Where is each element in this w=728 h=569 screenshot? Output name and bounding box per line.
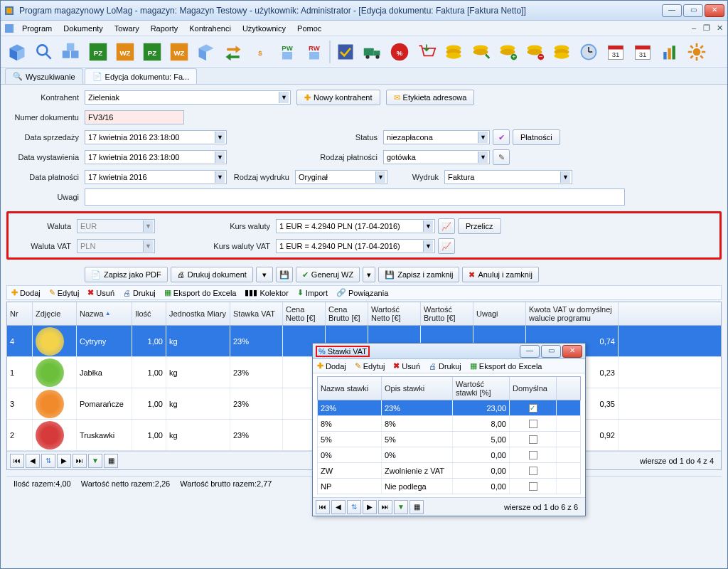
close-button[interactable]: ✕: [705, 4, 724, 17]
vat-delete-action[interactable]: ✖Usuń: [393, 361, 420, 371]
toolbar-chart-icon[interactable]: [658, 40, 682, 64]
grid-last-button[interactable]: ⏭: [73, 454, 87, 468]
print-split-button[interactable]: ▾: [256, 267, 273, 282]
add-action[interactable]: ✚Dodaj: [11, 288, 41, 297]
payment-picker-button[interactable]: ✎: [493, 149, 510, 165]
vat-col-0[interactable]: Nazwa stawki: [318, 377, 382, 400]
toolbar-check-icon[interactable]: [333, 40, 358, 64]
menu-raporty[interactable]: Raporty: [145, 23, 184, 34]
vat-row[interactable]: NPNie podlega0,00: [317, 479, 581, 494]
toolbar-wz2-icon[interactable]: WZ: [167, 40, 191, 64]
save-close-button[interactable]: 💾Zapisz i zamknij: [378, 267, 459, 282]
rodzaj-platnosci-combo[interactable]: gotówka▼: [383, 150, 490, 164]
menu-użytkownicy[interactable]: Użytkownicy: [237, 23, 291, 34]
toolbar-search-icon[interactable]: [32, 40, 56, 64]
toolbar-truck-icon[interactable]: [360, 40, 385, 64]
toolbar-coins5-icon[interactable]: [550, 40, 574, 64]
grid-col-3[interactable]: Ilość: [132, 302, 166, 325]
export-excel-action[interactable]: ▦Eksport do Excela: [164, 288, 237, 297]
toolbar-pw-icon[interactable]: PW: [275, 40, 299, 64]
status-combo[interactable]: niezapłacona▼: [383, 130, 490, 144]
vat-prev-button[interactable]: ◀: [331, 500, 346, 514]
waluta-vat-combo[interactable]: PLN▼: [77, 239, 155, 253]
wydruk-combo[interactable]: Faktura▼: [444, 170, 572, 184]
address-label-button[interactable]: ✉Etykieta adresowa: [386, 90, 475, 105]
menu-dokumenty[interactable]: Dokumenty: [58, 23, 109, 34]
generate-wz-split-button[interactable]: ▾: [363, 267, 375, 282]
menu-kontrahenci[interactable]: Kontrahenci: [183, 23, 237, 34]
vat-close-button[interactable]: ✕: [562, 345, 582, 358]
maximize-button[interactable]: ▭: [683, 4, 703, 17]
vat-first-button[interactable]: ⏮: [316, 500, 330, 514]
numer-field[interactable]: FV3/16: [85, 110, 184, 124]
toolbar-percent-icon[interactable]: %: [387, 40, 412, 64]
kolektor-action[interactable]: ▮▮▮Kolektor: [245, 288, 288, 297]
toolbar-coins1-icon[interactable]: [441, 40, 466, 64]
toolbar-coins3-icon[interactable]: +: [496, 40, 520, 64]
toolbar-wz-icon[interactable]: WZ: [113, 40, 137, 64]
vat-filter-button[interactable]: ▼: [394, 500, 408, 514]
menu-program[interactable]: Program: [16, 23, 58, 34]
save-pdf-button[interactable]: 📄Zapisz jako PDF: [85, 267, 168, 282]
toolbar-gear-icon[interactable]: [685, 40, 709, 64]
toolbar-box-icon[interactable]: [5, 40, 29, 64]
data-sprzedazy-field[interactable]: 17 kwietnia 2016 23:18:00▼: [85, 130, 227, 144]
minimize-button[interactable]: —: [662, 4, 682, 17]
vat-settings-button[interactable]: ▦: [410, 500, 424, 514]
grid-col-11[interactable]: Kwota VAT w domyślnej walucie programu: [526, 302, 619, 325]
kurs-chart-button[interactable]: 📈: [438, 218, 455, 234]
powiazania-action[interactable]: 🔗Powiązania: [336, 288, 388, 297]
grid-prev-button[interactable]: ◀: [26, 454, 40, 468]
vat-col-2[interactable]: Wartość stawki [%]: [453, 377, 510, 400]
kurs-vat-chart-button[interactable]: 📈: [438, 238, 455, 254]
vat-col-3[interactable]: Domyślna: [510, 377, 557, 400]
toolbar-money-icon[interactable]: $: [248, 40, 272, 64]
grid-col-8[interactable]: Wartość Netto [€]: [368, 302, 421, 325]
data-platnosci-field[interactable]: 17 kwietnia 2016▼: [85, 170, 227, 184]
new-kontrahent-button[interactable]: ✚Nowy kontrahent: [296, 90, 380, 105]
toolbar-cal2-icon[interactable]: 31: [631, 40, 655, 64]
mdi-restore-button[interactable]: ❐: [702, 23, 712, 33]
generate-wz-button[interactable]: ✔Generuj WZ: [296, 267, 360, 282]
toolbar-cal1-icon[interactable]: 31: [604, 40, 628, 64]
przelicz-button[interactable]: Przelicz: [458, 218, 501, 234]
vat-minimize-button[interactable]: —: [520, 345, 540, 358]
vat-print-action[interactable]: 🖨Drukuj: [429, 362, 461, 371]
kontrahent-combo[interactable]: Zieleniak▼: [85, 90, 291, 105]
vat-row[interactable]: 8%8%8,00: [317, 416, 581, 432]
vat-maximize-button[interactable]: ▭: [541, 345, 561, 358]
toolbar-clock-icon[interactable]: [577, 40, 601, 64]
edit-action[interactable]: ✎Edytuj: [49, 288, 80, 297]
waluta-combo[interactable]: EUR▼: [77, 219, 155, 233]
mdi-close-button[interactable]: ✕: [714, 23, 724, 33]
mdi-minimize-button[interactable]: –: [689, 23, 699, 33]
vat-col-1[interactable]: Opis stawki: [382, 377, 453, 400]
vat-updown-button[interactable]: ⇅: [347, 500, 361, 514]
status-picker-button[interactable]: ✔: [493, 129, 510, 145]
vat-next-button[interactable]: ▶: [363, 500, 377, 514]
delete-action[interactable]: ✖Usuń: [87, 288, 114, 297]
menu-towary[interactable]: Towary: [109, 23, 145, 34]
vat-export-action[interactable]: ▦Eksport do Excela: [470, 361, 542, 371]
grid-updown-button[interactable]: ⇅: [41, 454, 55, 468]
menu-pomoc[interactable]: Pomoc: [291, 23, 327, 34]
vat-row[interactable]: 23%23%23,00: [317, 400, 581, 416]
grid-next-button[interactable]: ▶: [57, 454, 71, 468]
toolbar-coins2-icon[interactable]: [469, 40, 493, 64]
grid-settings-button[interactable]: ▦: [104, 454, 118, 468]
toolbar-pz2-icon[interactable]: PZ: [140, 40, 164, 64]
print-action[interactable]: 🖨Drukuj: [123, 289, 156, 297]
vat-row[interactable]: ZWZwolnienie z VAT0,00: [317, 463, 581, 479]
vat-last-button[interactable]: ⏭: [378, 500, 392, 514]
grid-col-6[interactable]: Cena Netto [€]: [283, 302, 326, 325]
toolbar-box2-icon[interactable]: [194, 40, 218, 64]
grid-col-2[interactable]: Nazwa ▲: [77, 302, 132, 325]
toolbar-transfer-icon[interactable]: [221, 40, 245, 64]
vat-row[interactable]: 0%0%0,00: [317, 447, 581, 463]
data-wystawienia-field[interactable]: 17 kwietnia 2016 23:18:00▼: [85, 150, 227, 164]
uwagi-field[interactable]: [85, 188, 625, 206]
kurs-waluty-vat-combo[interactable]: 1 EUR = 4.2940 PLN (17-04-2016)▼: [276, 239, 435, 253]
platnosci-button[interactable]: Płatności: [513, 129, 560, 145]
cancel-close-button[interactable]: ✖Anuluj i zamknij: [462, 267, 538, 282]
vat-row[interactable]: 5%5%5,00: [317, 432, 581, 447]
